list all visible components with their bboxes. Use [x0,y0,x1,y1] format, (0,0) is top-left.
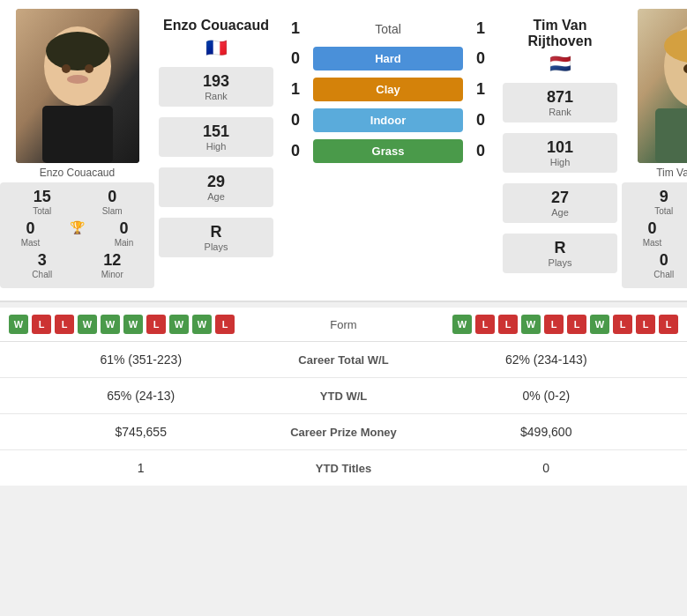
stats-left-0: 61% (351-223) [9,353,273,367]
svg-point-3 [62,64,71,73]
player1-stat-row3: 3 Chall 12 Minor [7,251,147,279]
surface-indoor-row: 0 Indoor 0 [278,108,498,132]
player2-form-badge-w: W [452,315,472,334]
player2-chall: 0 Chall [642,251,686,279]
player2-form-badge-l: L [659,315,678,334]
player1-form-badge-w: W [123,315,143,334]
player2-photo [638,9,688,163]
player2-flag: 🇳🇱 [549,53,571,74]
player1-mast: 0 Mast [9,219,53,248]
player2-trophy-icon: 🏆 [677,219,688,248]
svg-rect-6 [42,106,113,163]
player2-name: Tim Van Rijthoven [503,18,617,49]
player2-form-badge-w: W [521,315,541,334]
player1-form-badge-w: W [101,315,120,334]
player2-stat-row3: 0 Chall 8 Minor [629,251,687,279]
grass-badge: Grass [313,139,463,163]
total-row: 1 Total 1 [278,19,498,38]
player2-stats-box: 9 Total 0 Slam 0 Mast 🏆 [622,182,687,288]
stats-label-1: YTD W/L [273,390,414,403]
stats-label-2: Career Prize Money [273,426,414,439]
stats-label-0: Career Total W/L [273,353,414,367]
player1-stat-row2: 0 Mast 🏆 0 Main [7,219,147,248]
stats-left-2: $745,655 [9,425,273,439]
stats-row-0: 61% (351-223)Career Total W/L62% (234-14… [0,342,687,378]
player2-form-badge-l: L [544,315,564,334]
stats-section: 61% (351-223)Career Total W/L62% (234-14… [0,342,687,486]
player2-name-label: Tim Van Rijthoven [656,167,687,179]
player1-middle: Enzo Couacaud 🇫🇷 193 Rank 151 High 29 Ag… [154,9,278,292]
player1-flag: 🇫🇷 [205,37,228,58]
player1-form-badge-w: W [192,315,212,334]
player1-rank-box: 193 Rank [159,67,273,107]
player2-form-badge-l: L [567,315,586,334]
player2-form-badge-l: L [636,315,655,334]
clay-badge: Clay [313,78,463,101]
stats-row-2: $745,655Career Prize Money$499,600 [0,414,687,450]
form-label: Form [309,318,379,331]
player2-form-badge-w: W [590,315,609,334]
player1-form-badge-w: W [169,315,189,334]
player1-minor: 12 Minor [90,251,134,279]
player2-middle: Tim Van Rijthoven 🇳🇱 871 Rank 101 High 2… [498,9,622,292]
player1-chall: 3 Chall [20,251,64,279]
surface-clay-row: 1 Clay 1 [278,78,498,101]
player2-mast: 0 Mast [631,219,675,248]
player1-form-badge-l: L [215,315,235,334]
player2-form-badge-l: L [613,315,632,334]
player1-main: 0 Main [102,219,146,248]
form-section: WLLWWWLWWL Form WLLWLLWLLL [0,308,687,342]
player2-form-badge-l: L [498,315,518,334]
player2-form: WLLWLLWLLL [379,315,679,334]
player-section: Enzo Couacaud 15 Total 0 Slam 0 [0,0,687,302]
player1-photo [16,9,139,163]
svg-point-5 [67,75,88,84]
stats-right-3: 0 [414,461,679,475]
stats-label-3: YTD Titles [273,462,414,475]
player1-name-label: Enzo Couacaud [40,167,115,179]
player1-high-box: 151 High [159,117,273,157]
player2-card: Tim Van Rijthoven 9 Total 0 Slam 0 [622,9,687,292]
player2-stat-row1: 9 Total 0 Slam [629,188,687,216]
player1-form-badge-l: L [146,315,166,334]
stats-right-1: 0% (0-2) [414,389,679,403]
player2-rank-box: 871 Rank [503,83,617,122]
player1-total: 15 Total [20,188,64,216]
player1-stat-row1: 15 Total 0 Slam [7,188,147,216]
player1-form-badge-w: W [78,315,97,334]
player1-plays-box: R Plays [159,218,273,257]
player1-form-badge-l: L [32,315,51,334]
surface-grass-row: 0 Grass 0 [278,139,498,163]
svg-point-4 [85,64,93,73]
stats-left-3: 1 [9,461,273,475]
player2-stat-row2: 0 Mast 🏆 1 Main [629,219,687,248]
player2-form-badge-l: L [475,315,495,334]
player2-total: 9 Total [642,188,686,216]
player1-age-box: 29 Age [159,167,273,207]
player1-slam: 0 Slam [90,188,134,216]
stats-right-0: 62% (234-143) [414,353,679,367]
player1-name: Enzo Couacaud [163,18,269,33]
player1-stats-box: 15 Total 0 Slam 0 Mast 🏆 [0,182,154,288]
main-container: Enzo Couacaud 15 Total 0 Slam 0 [0,0,687,486]
player1-form: WLLWWWLWWL [9,315,309,334]
player1-form-badge-l: L [55,315,74,334]
player2-high-box: 101 High [503,133,617,173]
player2-plays-box: R Plays [503,234,617,273]
hard-badge: Hard [313,47,463,71]
svg-rect-13 [655,108,688,163]
stats-row-1: 65% (24-13)YTD W/L0% (0-2) [0,378,687,414]
player1-form-badge-w: W [9,315,28,334]
stats-right-2: $499,600 [414,425,679,439]
surface-section: 1 Total 1 0 Hard 0 1 Clay 1 0 Indoor 0 [278,9,498,292]
player2-age-box: 27 Age [503,183,617,223]
stats-row-3: 1YTD Titles0 [0,450,687,486]
player1-card: Enzo Couacaud 15 Total 0 Slam 0 [0,9,154,292]
stats-left-1: 65% (24-13) [9,389,273,403]
surface-hard-row: 0 Hard 0 [278,47,498,71]
player1-trophy-icon: 🏆 [56,219,100,248]
svg-point-2 [46,32,109,71]
indoor-badge: Indoor [313,108,463,132]
